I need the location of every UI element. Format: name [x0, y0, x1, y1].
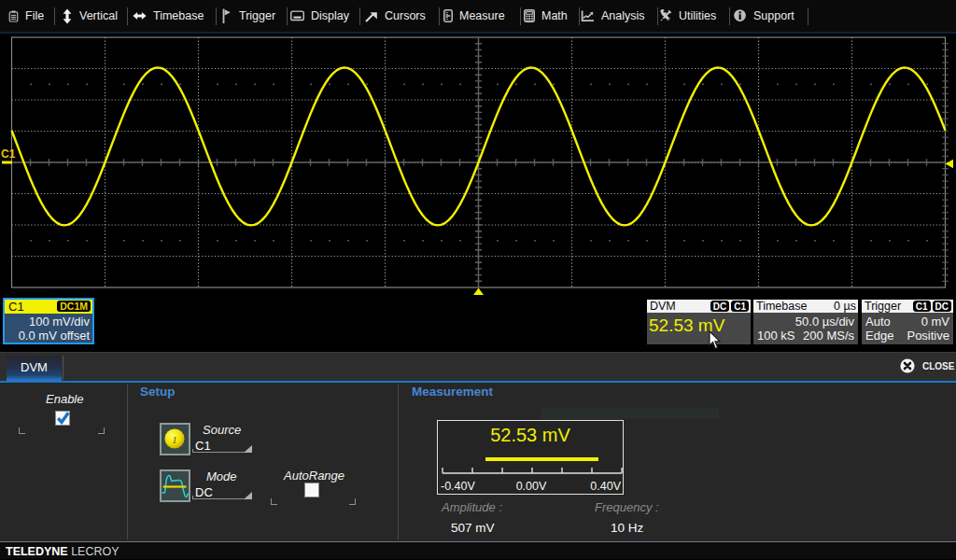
- svg-text:C1: C1: [1, 147, 16, 161]
- svg-text:-0.40V: -0.40V: [441, 480, 475, 493]
- svg-text:1: 1: [172, 434, 177, 445]
- svg-text:0.00V: 0.00V: [516, 480, 547, 493]
- svg-text:0.40V: 0.40V: [590, 480, 621, 493]
